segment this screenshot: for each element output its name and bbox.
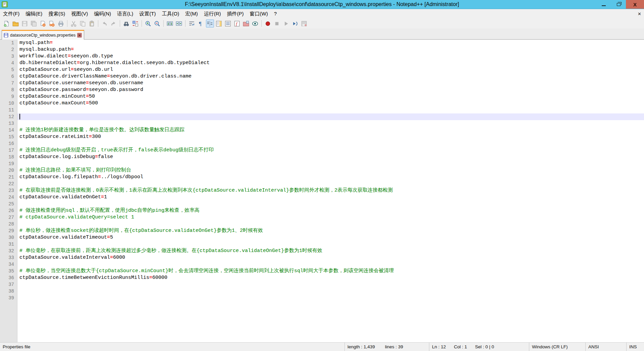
code-line-36: ctpDataSource.timeBetweenEvictionRunsMil… xyxy=(17,274,644,281)
menu-item-view[interactable]: 视图(V) xyxy=(68,9,91,18)
code-line-38 xyxy=(17,288,644,295)
code-line-14: # 连接池1秒的新建连接数量，单位是连接个数。达到该数量触发日志跟踪 xyxy=(17,127,644,134)
run-macro-multiple-icon xyxy=(292,20,298,27)
show-all-characters-button[interactable]: ¶ xyxy=(197,19,205,28)
close-all-button[interactable] xyxy=(48,19,56,28)
record-macro-button[interactable] xyxy=(264,19,272,28)
code-line-23: # 在获取连接前是否做连接检测，0表示不检测，1表示在距离上次检测到本次{ctp… xyxy=(17,187,644,194)
code-line-27: # ctpDataSource.validateQuery=select 1 xyxy=(17,214,644,221)
new-file-icon xyxy=(3,20,10,27)
menu-item-file[interactable]: 文件(F) xyxy=(0,9,22,18)
open-folder-button[interactable] xyxy=(12,19,20,28)
undo-button[interactable] xyxy=(101,19,109,28)
sync-vertical-button[interactable] xyxy=(166,19,174,28)
line-number: 5 xyxy=(0,66,17,73)
status-insert-mode[interactable]: INS xyxy=(627,343,644,351)
code-area[interactable]: mysql.path=mysql.backup.path=workflow.di… xyxy=(17,40,644,342)
line-number: 1 xyxy=(0,40,17,46)
line-number: 29 xyxy=(0,228,17,234)
tab-datasourcectp-windows-properties[interactable]: datasourceCtp_windows.properties ✕ xyxy=(2,30,84,40)
menu-item-help[interactable]: ? xyxy=(271,9,280,18)
save-button[interactable] xyxy=(21,19,29,28)
zoom-in-button[interactable] xyxy=(144,19,152,28)
line-number: 4 xyxy=(0,60,17,66)
menu-item-language[interactable]: 语言(L) xyxy=(114,9,136,18)
copy-button[interactable] xyxy=(79,19,87,28)
folder-as-workspace-button[interactable] xyxy=(242,19,250,28)
print-button[interactable] xyxy=(57,19,65,28)
menu-item-settings[interactable]: 设置(T) xyxy=(136,9,159,18)
line-number: 39 xyxy=(0,295,17,301)
find-button[interactable] xyxy=(122,19,130,28)
menubar-close-icon[interactable]: ✕ xyxy=(638,11,641,16)
minimize-button[interactable] xyxy=(596,0,611,9)
line-number: 35 xyxy=(0,268,17,274)
restore-button[interactable] xyxy=(611,0,626,9)
copy-icon xyxy=(79,20,86,27)
save-all-button[interactable] xyxy=(30,19,38,28)
menu-item-tools[interactable]: 工具(O) xyxy=(159,9,182,18)
function-list-button[interactable]: f xyxy=(233,19,241,28)
line-number: 26 xyxy=(0,207,17,214)
restore-icon xyxy=(617,3,621,6)
save-macro-button[interactable] xyxy=(300,19,308,28)
doc-map-button[interactable] xyxy=(215,19,223,28)
line-number-gutter[interactable]: 1234567891011121314151617181920212223242… xyxy=(0,40,17,342)
menu-item-plugins[interactable]: 插件(P) xyxy=(224,9,247,18)
code-line-6: ctpDataSource.driverClassName=seeyon.db.… xyxy=(17,73,644,80)
code-line-32: # 单位毫秒，在获取连接前，距离上次检测连接超过多少毫秒，做连接检测。在{ctp… xyxy=(17,248,644,254)
code-line-3: workflow.dialect=seeyon.db.type xyxy=(17,53,644,60)
stop-macro-button[interactable] xyxy=(273,19,281,28)
line-number: 14 xyxy=(0,127,17,134)
status-length-lines: length : 1,439 lines : 39 xyxy=(345,343,429,351)
code-line-25 xyxy=(17,201,644,207)
sync-horizontal-button[interactable] xyxy=(175,19,183,28)
menu-item-window[interactable]: 窗口(W) xyxy=(247,9,271,18)
code-line-19 xyxy=(17,160,644,167)
save-macro-icon xyxy=(301,20,307,27)
tab-close-icon[interactable]: ✕ xyxy=(77,33,82,38)
sync-horizontal-icon xyxy=(176,20,182,27)
paste-button[interactable] xyxy=(88,19,96,28)
playback-macro-button[interactable] xyxy=(282,19,290,28)
line-number: 9 xyxy=(0,93,17,100)
cut-icon xyxy=(70,20,77,27)
toolbar-separator xyxy=(67,20,67,27)
line-number: 25 xyxy=(0,201,17,207)
new-file-button[interactable] xyxy=(3,19,11,28)
redo-button[interactable] xyxy=(110,19,118,28)
menu-item-search[interactable]: 搜索(S) xyxy=(45,9,68,18)
run-macro-multiple-button[interactable] xyxy=(291,19,299,28)
monitoring-icon xyxy=(252,20,258,27)
replace-button[interactable] xyxy=(131,19,140,28)
playback-macro-icon xyxy=(283,20,289,27)
cut-button[interactable] xyxy=(70,19,78,28)
line-number: 16 xyxy=(0,140,17,147)
line-number: 13 xyxy=(0,120,17,127)
toolbar-separator xyxy=(142,20,142,27)
close-button[interactable]: X xyxy=(626,0,644,9)
line-number: 31 xyxy=(0,241,17,248)
code-line-24: ctpDataSource.validateOnGet=1 xyxy=(17,194,644,201)
code-line-33: ctpDataSource.validateInterval=6000 xyxy=(17,254,644,261)
editor[interactable]: 1234567891011121314151617181920212223242… xyxy=(0,40,644,342)
indent-guide-button[interactable] xyxy=(206,19,214,28)
menu-item-macro[interactable]: 宏(M) xyxy=(182,9,201,18)
menu-item-edit[interactable]: 编辑(E) xyxy=(22,9,45,18)
code-line-9: ctpDataSource.minCount=50 xyxy=(17,93,644,100)
open-folder-icon xyxy=(12,20,19,27)
menu-item-encoding[interactable]: 编码(N) xyxy=(91,9,114,18)
menu-item-run[interactable]: 运行(R) xyxy=(201,9,224,18)
zoom-out-button[interactable] xyxy=(153,19,161,28)
code-line-16 xyxy=(17,140,644,147)
code-line-7: ctpDataSource.username=seeyon.db.usernam… xyxy=(17,80,644,87)
code-line-35: # 单位毫秒，当空闲连接总数大于{ctpDataSource.minCount}… xyxy=(17,268,644,274)
word-wrap-button[interactable] xyxy=(188,19,196,28)
close-button[interactable] xyxy=(39,19,47,28)
code-line-5: ctpDataSource.url=seeyon.db.url xyxy=(17,66,644,73)
code-line-13 xyxy=(17,120,644,127)
status-cursor-position: Ln : 12 Col : 1 Sel : 0 | 0 xyxy=(429,343,529,351)
line-number: 6 xyxy=(0,73,17,80)
document-list-button[interactable] xyxy=(224,19,232,28)
monitoring-button[interactable] xyxy=(251,19,259,28)
